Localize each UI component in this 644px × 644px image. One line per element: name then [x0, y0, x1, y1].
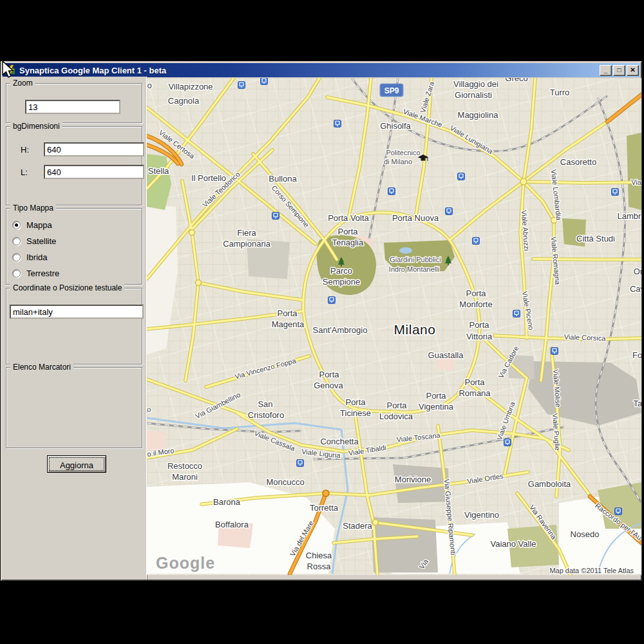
transit-icon	[458, 173, 465, 180]
minimize-button[interactable]: _	[600, 65, 612, 76]
map-label: Porta	[337, 227, 358, 236]
map-label: Sant'Ambrogio	[313, 325, 368, 335]
h-label: H:	[21, 145, 29, 155]
map-label: Vaiano Valle	[490, 539, 536, 549]
control-panel: Zoom bgDimensioni H: L: Tipo Mappa Mappa…	[2, 77, 147, 580]
map-label: Milano	[394, 322, 436, 337]
map-label: Casoretto	[560, 157, 596, 167]
radio-label: Satellite	[26, 236, 56, 246]
coordinate-group-label: Coordinate o Posizione testuale	[10, 283, 124, 292]
radio-satellite[interactable]: Satellite	[12, 236, 56, 245]
transit-icon	[612, 189, 619, 196]
radio-label: Terrestre	[26, 269, 59, 278]
transit-icon	[272, 213, 279, 220]
map-label: Il Portello	[191, 173, 226, 183]
map-label: Lodovica	[379, 412, 413, 421]
map-label: Villaggio dei	[453, 79, 498, 89]
zoom-group-label: Zoom	[10, 79, 35, 88]
transit-icon	[334, 120, 341, 128]
window-controls: _ □ ✕	[600, 65, 639, 76]
radio-mappa[interactable]: Mappa	[12, 220, 52, 229]
map-label: Villapizzone	[168, 82, 213, 91]
map-label: Bullona	[269, 174, 297, 184]
google-watermark: Google	[156, 554, 215, 572]
h-input[interactable]	[44, 142, 144, 156]
radio-ibrida[interactable]: Ibrida	[12, 252, 48, 261]
map-label: Turro	[550, 88, 570, 97]
map-label: Porta Volta	[328, 213, 369, 223]
radio-label: Ibrida	[26, 252, 48, 262]
map-label: Ortica	[634, 267, 641, 276]
map-label: Taliedo	[633, 399, 641, 408]
map-label: Moncucco	[266, 477, 304, 487]
map-label: Magenta	[272, 319, 305, 329]
map-label: Barona	[213, 497, 241, 507]
transit-icon	[551, 348, 558, 355]
transit-icon	[328, 297, 336, 304]
mouse-cursor-icon	[1, 61, 18, 80]
map-label: Via	[631, 178, 641, 186]
map-label: Monforte	[459, 299, 492, 309]
transit-icon	[297, 460, 304, 467]
maximize-button[interactable]: □	[613, 65, 625, 76]
map-label: Stella	[148, 166, 169, 176]
map-label: Città Studi	[576, 234, 615, 243]
coordinate-input[interactable]	[10, 305, 144, 319]
map-label: Vittoria	[466, 332, 493, 341]
transit-icon	[473, 238, 480, 245]
aggiorna-button[interactable]: Aggiorna	[47, 455, 106, 473]
map-canvas[interactable]: SP9 oVillapizzoneCagnolaGhisolfaIl Porte…	[147, 78, 641, 575]
coordinate-group: Coordinate o Posizione testuale	[6, 288, 142, 365]
map-label: Porta	[345, 397, 366, 407]
l-input[interactable]	[44, 165, 144, 179]
map-label: Romana	[459, 388, 491, 398]
map-label: Restocco	[167, 461, 202, 471]
map-label: Nosedo	[571, 529, 600, 539]
map-label: Viale Corsica	[564, 333, 607, 342]
transit-icon	[238, 82, 245, 89]
map-label: Politecnico	[386, 149, 420, 156]
map-label: Parco	[330, 266, 352, 276]
map-label: Indro Montanelli	[389, 265, 439, 273]
map-label: Gamboloita	[528, 479, 571, 489]
route-badge-label: SP9	[384, 86, 399, 95]
map-label: Rossa	[307, 562, 332, 571]
map-label: Conchetta	[320, 437, 359, 446]
map-label: Porta	[386, 401, 407, 410]
map-svg: SP9 oVillapizzoneCagnolaGhisolfaIl Porte…	[147, 78, 641, 575]
map-attribution: Map data ©2011 Tele Atlas	[549, 567, 634, 574]
transit-icon	[615, 508, 622, 515]
map-label: di Milano	[384, 158, 412, 166]
transit-icon	[513, 310, 520, 317]
map-label: Chiesa	[306, 551, 332, 560]
map-label: Cavriano	[630, 284, 641, 294]
route-badge: SP9	[380, 84, 403, 97]
tipo-mappa-group-label: Tipo Mappa	[10, 204, 56, 213]
transit-icon	[504, 439, 511, 446]
map-label: Boffalora	[215, 520, 249, 529]
title-bar[interactable]: Synaptica Google Map Client 1 - beta _ □…	[3, 63, 640, 77]
map-label: Tenaglia	[332, 238, 364, 247]
map-label: Porta	[466, 289, 486, 298]
close-button[interactable]: ✕	[627, 65, 639, 76]
map-label: Porta	[464, 377, 485, 387]
radio-dot[interactable]	[12, 237, 21, 245]
radio-dot[interactable]	[12, 253, 21, 261]
radio-dot[interactable]	[12, 269, 21, 278]
map-label: Greco	[505, 78, 527, 83]
transit-icon	[446, 208, 453, 215]
radio-terrestre[interactable]: Terrestre	[12, 269, 59, 278]
map-label: Maroni	[172, 472, 198, 482]
radio-label: Mappa	[26, 220, 52, 230]
map-label: Vigentino	[464, 510, 499, 520]
map-label: Genova	[314, 381, 343, 390]
map-label: Morivione	[395, 475, 431, 484]
map-label: Porta	[426, 391, 446, 401]
map-label: Campionaria	[223, 239, 270, 249]
map-label: Giardini Pubblici	[390, 256, 440, 263]
zoom-input[interactable]	[25, 100, 120, 114]
map-label: Sempione	[323, 277, 361, 287]
elenco-marcatori-group-label: Elenco Marcatori	[10, 363, 73, 372]
radio-dot[interactable]	[12, 221, 21, 229]
map-label: Stadera	[343, 521, 372, 531]
